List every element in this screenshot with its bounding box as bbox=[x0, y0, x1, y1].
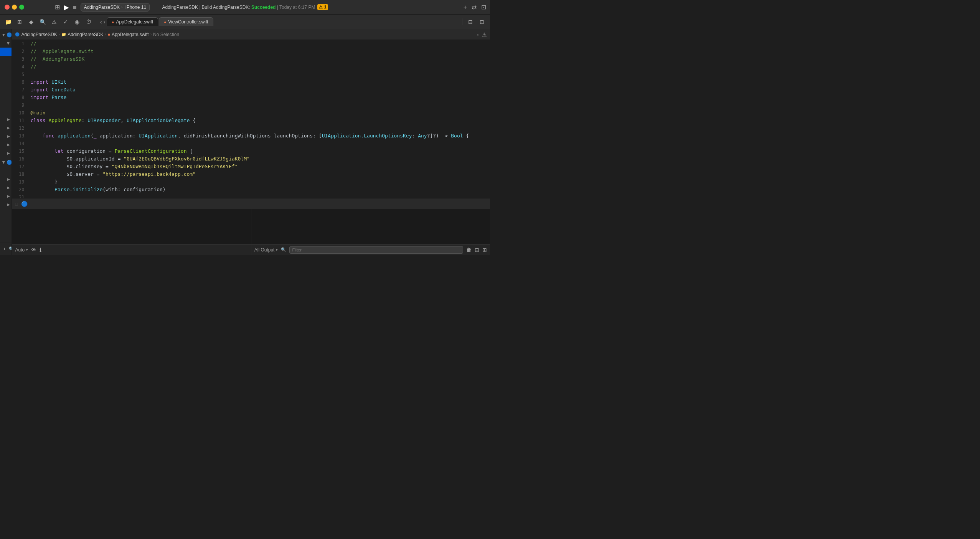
tree-arrow-icon: ▶ bbox=[6, 126, 11, 130]
nav-back-button[interactable]: ‹ bbox=[100, 19, 102, 25]
project-name-label: AddingParseSDK bbox=[162, 5, 198, 10]
sidebar-item-pods-2[interactable]: ▶ 📁 Pods bbox=[0, 184, 12, 192]
split-editor-button[interactable]: ⇄ bbox=[472, 3, 477, 11]
add-tab-button[interactable]: + bbox=[464, 4, 467, 11]
sidebar-item-scenedelegate[interactable]: ▶ ■ SceneDelegate.swift bbox=[0, 56, 12, 64]
code-line-3: 3 // AddingParseSDK bbox=[12, 55, 490, 63]
warning-badge[interactable]: ⚠ 1 bbox=[317, 4, 328, 10]
editor-layout-button[interactable]: □ bbox=[15, 201, 18, 207]
code-line-9: 9 bbox=[12, 101, 490, 109]
code-line-20: 20 Parse.initialize(with: configuration) bbox=[12, 186, 490, 193]
code-line-19: 19 } bbox=[12, 178, 490, 186]
folder-icon-4: 📁 bbox=[11, 133, 12, 139]
maximize-button[interactable] bbox=[19, 5, 24, 10]
tab-appdelegate-label: AppDelegate.swift bbox=[116, 19, 153, 25]
debug-left-bottom-bar: Auto ▾ 👁 ℹ bbox=[12, 244, 251, 255]
device-name: iPhone 11 bbox=[125, 5, 146, 10]
inspector-toggle-icon[interactable]: ⊟ bbox=[465, 17, 475, 27]
breadcrumb-project-icon: 🔵 bbox=[15, 32, 20, 36]
debug-eye-button[interactable]: 👁 bbox=[31, 247, 36, 253]
sidebar-item-frameworks-2[interactable]: ▶ 📁 Frameworks bbox=[0, 175, 12, 184]
sidebar-item-products-1[interactable]: ▶ 📁 Products bbox=[0, 132, 12, 141]
sidebar-item-podfile[interactable]: ▶ ■ Podfile bbox=[0, 167, 12, 175]
debug-expand-button[interactable]: ⊞ bbox=[482, 247, 487, 253]
sidebar-item-launchscreen[interactable]: ▶ ▦ LaunchScreen.storyboard bbox=[0, 90, 12, 98]
toolbar-divider-1 bbox=[97, 18, 97, 25]
breadcrumb-sep-1: › bbox=[59, 32, 60, 36]
sidebar-item-appdelegate[interactable]: ▶ ■ AppDelegate.swift bbox=[0, 48, 12, 56]
search-toolbar-icon[interactable]: 🔍 bbox=[38, 17, 48, 27]
nav-arrows: ‹ › bbox=[100, 19, 105, 25]
title-bar-right-controls: + ⇄ ⊡ bbox=[464, 3, 486, 11]
test-icon[interactable]: ✓ bbox=[61, 17, 71, 27]
close-button[interactable] bbox=[5, 5, 10, 10]
all-output-select[interactable]: All Output ▾ bbox=[254, 247, 278, 253]
sidebar-item-xcdatamodel[interactable]: ▶ ◧ AddingParseSDK.xcdatamo... bbox=[0, 107, 12, 115]
tab-appdelegate-swift[interactable]: ● AppDelegate.swift bbox=[107, 17, 158, 26]
sidebar-item-tests[interactable]: ▶ 📁 AddingParseSDKTests bbox=[0, 115, 12, 124]
filter-icon: 🔍 bbox=[9, 246, 12, 251]
sidebar-item-assets[interactable]: ▶ ▣ Assets.xcassets bbox=[0, 81, 12, 90]
breadcrumb-warning-button[interactable]: ⚠ bbox=[482, 31, 487, 38]
scheme-name: AddingParseSDK bbox=[84, 5, 120, 10]
code-editor[interactable]: 1 // 2 // AppDelegate.swift 3 // AddingP… bbox=[12, 40, 490, 198]
tree-arrow-icon: ▶ bbox=[6, 194, 11, 198]
folder-icon-9: 📁 bbox=[11, 193, 12, 199]
tab-viewcontroller-swift[interactable]: ● ViewController.swift bbox=[159, 17, 213, 26]
editor-area: 1 // 2 // AppDelegate.swift 3 // AddingP… bbox=[12, 40, 490, 209]
folder-icon-10: 📁 bbox=[11, 202, 12, 208]
debug-icon[interactable]: ◉ bbox=[72, 17, 82, 27]
all-output-chevron-icon: ▾ bbox=[276, 248, 278, 252]
sidebar-item-main-storyboard[interactable]: ▶ ▦ Main.storyboard bbox=[0, 73, 12, 81]
issue-icon[interactable]: ⚠ bbox=[49, 17, 59, 27]
editor-wrapper: 🔵 AddingParseSDK › 📁 AddingParseSDK › ■ … bbox=[12, 29, 490, 255]
source-control-icon[interactable]: ⊞ bbox=[15, 17, 25, 27]
profile-icon[interactable]: ⏱ bbox=[84, 17, 94, 27]
editor-bookmark-icon: 🔵 bbox=[21, 201, 28, 207]
folder-icon: 📁 bbox=[11, 40, 12, 46]
code-line-11: 11 class AppDelegate: UIResponder, UIApp… bbox=[12, 117, 490, 124]
code-line-17: 17 $0.clientKey = "Q4Nb8N0WRmNqIb1sHQilt… bbox=[12, 163, 490, 170]
sidebar-toggle-button[interactable]: ⊞ bbox=[55, 3, 60, 11]
breadcrumb-folder[interactable]: AddingParseSDK bbox=[68, 32, 103, 37]
breadcrumb-file[interactable]: AppDelegate.swift bbox=[112, 32, 149, 37]
breadcrumb-back-button[interactable]: ‹ bbox=[477, 31, 479, 38]
chevron-icon: › bbox=[121, 5, 122, 9]
sidebar-item-pods-root[interactable]: ▶ 🔵 Pods bbox=[0, 158, 12, 167]
sidebar-item-uitests[interactable]: ▶ 📁 AddingParseSDKUITests bbox=[0, 124, 12, 132]
debug-info-button[interactable]: ℹ bbox=[40, 247, 41, 253]
tree-arrow-icon: ▶ bbox=[6, 134, 11, 139]
sidebar-item-addingparsesdk-root[interactable]: ▶ 🔵 AddingParseSDK bbox=[0, 31, 12, 39]
sidebar-item-targets-support[interactable]: ▶ 📁 Targets Support Files bbox=[0, 200, 12, 209]
breadcrumb-actions: ‹ ⚠ bbox=[477, 31, 487, 38]
window-controls: ⊞ ▶ ■ AddingParseSDK › iPhone 11 bbox=[55, 3, 150, 12]
layout-toggle-icon[interactable]: ⊡ bbox=[477, 17, 487, 27]
sidebar-item-pods-1[interactable]: ▶ 📁 Pods bbox=[0, 141, 12, 149]
debug-filter-input[interactable] bbox=[289, 246, 463, 254]
scheme-selector[interactable]: AddingParseSDK › iPhone 11 bbox=[81, 3, 150, 12]
sidebar-item-addingparsesdk-folder[interactable]: ▶ 📁 AddingParseSDK bbox=[0, 39, 12, 48]
tree-arrow-icon: ▶ bbox=[6, 151, 11, 155]
debug-clear-button[interactable]: 🗑 bbox=[466, 247, 472, 253]
folder-icon[interactable]: 📁 bbox=[3, 17, 13, 27]
sidebar-item-viewcontroller[interactable]: ▶ ■ ViewController.swift bbox=[0, 64, 12, 73]
run-button[interactable]: ▶ bbox=[64, 3, 69, 12]
editor-bottom-bar: □ 🔵 bbox=[12, 198, 490, 209]
sidebar-item-frameworks-1[interactable]: ▶ 📁 Frameworks bbox=[0, 149, 12, 157]
minimize-button[interactable] bbox=[12, 5, 17, 10]
auto-select[interactable]: Auto ▾ bbox=[15, 247, 28, 253]
add-file-button[interactable]: + bbox=[3, 246, 6, 252]
breakpoint-icon[interactable]: ◆ bbox=[26, 17, 36, 27]
stop-button[interactable]: ■ bbox=[73, 4, 77, 11]
code-line-13: 13 func application(_ application: UIApp… bbox=[12, 132, 490, 140]
sidebar-item-products-2[interactable]: ▶ 📁 Products bbox=[0, 192, 12, 200]
layout-button[interactable]: ⊡ bbox=[481, 3, 486, 11]
breadcrumb-project[interactable]: AddingParseSDK bbox=[21, 32, 57, 37]
auto-chevron-icon: ▾ bbox=[26, 248, 28, 252]
folder-icon-8: 📁 bbox=[11, 185, 12, 191]
sidebar-item-infoplist[interactable]: ▶ 📄 Info.plist bbox=[0, 98, 12, 107]
folder-icon-3: 📁 bbox=[11, 125, 12, 131]
nav-forward-button[interactable]: › bbox=[104, 19, 106, 25]
folder-icon-6: 📁 bbox=[11, 150, 12, 156]
debug-split-button[interactable]: ⊟ bbox=[475, 247, 479, 253]
